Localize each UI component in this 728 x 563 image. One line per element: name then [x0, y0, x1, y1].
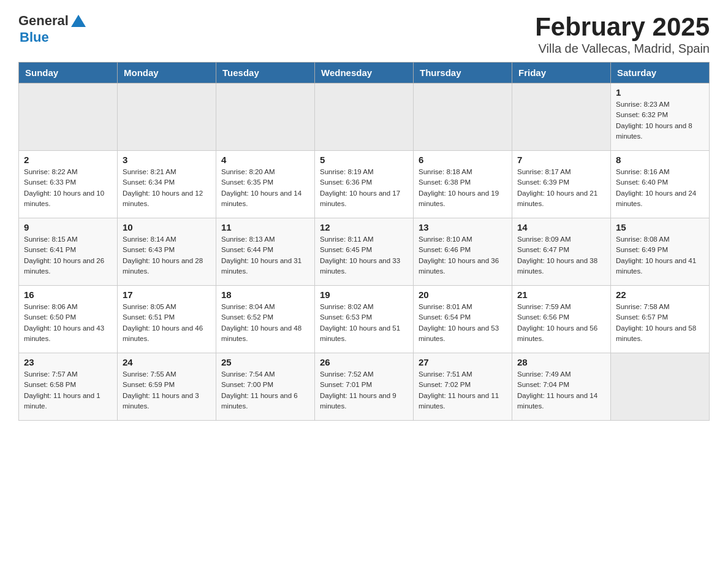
calendar-day-cell: 18Sunrise: 8:04 AM Sunset: 6:52 PM Dayli… [216, 286, 315, 353]
calendar-day-cell: 13Sunrise: 8:10 AM Sunset: 6:46 PM Dayli… [414, 218, 512, 286]
calendar-day-cell: 28Sunrise: 7:49 AM Sunset: 7:04 PM Dayli… [512, 353, 611, 421]
day-info: Sunrise: 8:22 AM Sunset: 6:33 PM Dayligh… [24, 167, 112, 209]
day-info: Sunrise: 8:05 AM Sunset: 6:51 PM Dayligh… [123, 302, 211, 344]
day-number: 16 [24, 289, 112, 300]
calendar-day-cell [611, 353, 710, 421]
calendar-day-cell: 15Sunrise: 8:08 AM Sunset: 6:49 PM Dayli… [611, 218, 710, 286]
calendar-day-cell: 11Sunrise: 8:13 AM Sunset: 6:44 PM Dayli… [216, 218, 315, 286]
day-number: 6 [419, 155, 507, 165]
logo-blue-text: Blue [20, 29, 87, 45]
calendar-day-cell: 7Sunrise: 8:17 AM Sunset: 6:39 PM Daylig… [512, 151, 611, 218]
calendar-day-cell: 24Sunrise: 7:55 AM Sunset: 6:59 PM Dayli… [118, 353, 216, 421]
day-info: Sunrise: 8:23 AM Sunset: 6:32 PM Dayligh… [616, 99, 704, 142]
calendar-table: SundayMondayTuesdayWednesdayThursdayFrid… [18, 62, 710, 421]
calendar-day-cell: 10Sunrise: 8:14 AM Sunset: 6:43 PM Dayli… [118, 218, 216, 286]
calendar-day-cell: 16Sunrise: 8:06 AM Sunset: 6:50 PM Dayli… [19, 286, 118, 353]
day-number: 24 [123, 357, 211, 367]
day-number: 3 [123, 155, 211, 165]
day-number: 7 [517, 155, 605, 165]
calendar-day-cell [118, 83, 216, 151]
calendar-header-wednesday: Wednesday [315, 63, 414, 83]
day-info: Sunrise: 8:16 AM Sunset: 6:40 PM Dayligh… [616, 167, 704, 209]
day-number: 13 [419, 222, 507, 232]
day-info: Sunrise: 8:11 AM Sunset: 6:45 PM Dayligh… [320, 234, 408, 277]
calendar-day-cell: 23Sunrise: 7:57 AM Sunset: 6:58 PM Dayli… [19, 353, 118, 421]
calendar-day-cell: 3Sunrise: 8:21 AM Sunset: 6:34 PM Daylig… [118, 151, 216, 218]
day-number: 18 [221, 289, 309, 300]
day-number: 10 [123, 222, 211, 232]
day-number: 20 [419, 289, 507, 300]
day-info: Sunrise: 8:06 AM Sunset: 6:50 PM Dayligh… [24, 302, 112, 344]
day-info: Sunrise: 8:02 AM Sunset: 6:53 PM Dayligh… [320, 302, 408, 344]
calendar-day-cell: 25Sunrise: 7:54 AM Sunset: 7:00 PM Dayli… [216, 353, 315, 421]
day-info: Sunrise: 8:04 AM Sunset: 6:52 PM Dayligh… [221, 302, 309, 344]
day-info: Sunrise: 7:51 AM Sunset: 7:02 PM Dayligh… [419, 369, 507, 412]
calendar-header-tuesday: Tuesday [216, 63, 315, 83]
day-info: Sunrise: 8:20 AM Sunset: 6:35 PM Dayligh… [221, 167, 309, 209]
calendar-day-cell: 19Sunrise: 8:02 AM Sunset: 6:53 PM Dayli… [315, 286, 414, 353]
calendar-day-cell: 12Sunrise: 8:11 AM Sunset: 6:45 PM Dayli… [315, 218, 414, 286]
day-info: Sunrise: 7:54 AM Sunset: 7:00 PM Dayligh… [221, 369, 309, 412]
day-info: Sunrise: 8:14 AM Sunset: 6:43 PM Dayligh… [123, 234, 211, 277]
day-number: 22 [616, 289, 704, 300]
title-section: February 2025 Villa de Vallecas, Madrid,… [535, 12, 710, 56]
calendar-day-cell: 6Sunrise: 8:18 AM Sunset: 6:38 PM Daylig… [414, 151, 512, 218]
calendar-day-cell [512, 83, 611, 151]
day-number: 11 [221, 222, 309, 232]
day-number: 8 [616, 155, 704, 165]
day-number: 17 [123, 289, 211, 300]
day-number: 12 [320, 222, 408, 232]
day-info: Sunrise: 7:57 AM Sunset: 6:58 PM Dayligh… [24, 369, 112, 412]
calendar-day-cell [19, 83, 118, 151]
calendar-day-cell: 22Sunrise: 7:58 AM Sunset: 6:57 PM Dayli… [611, 286, 710, 353]
calendar-week-row: 16Sunrise: 8:06 AM Sunset: 6:50 PM Dayli… [19, 286, 710, 353]
day-info: Sunrise: 8:08 AM Sunset: 6:49 PM Dayligh… [616, 234, 704, 277]
day-info: Sunrise: 7:55 AM Sunset: 6:59 PM Dayligh… [123, 369, 211, 412]
calendar-day-cell: 8Sunrise: 8:16 AM Sunset: 6:40 PM Daylig… [611, 151, 710, 218]
calendar-day-cell: 4Sunrise: 8:20 AM Sunset: 6:35 PM Daylig… [216, 151, 315, 218]
calendar-day-cell: 2Sunrise: 8:22 AM Sunset: 6:33 PM Daylig… [19, 151, 118, 218]
day-info: Sunrise: 8:17 AM Sunset: 6:39 PM Dayligh… [517, 167, 605, 209]
calendar-day-cell: 1Sunrise: 8:23 AM Sunset: 6:32 PM Daylig… [611, 83, 710, 151]
page-subtitle: Villa de Vallecas, Madrid, Spain [535, 42, 710, 56]
calendar-day-cell: 20Sunrise: 8:01 AM Sunset: 6:54 PM Dayli… [414, 286, 512, 353]
calendar-week-row: 9Sunrise: 8:15 AM Sunset: 6:41 PM Daylig… [19, 218, 710, 286]
calendar-header-sunday: Sunday [19, 63, 118, 83]
calendar-day-cell: 9Sunrise: 8:15 AM Sunset: 6:41 PM Daylig… [19, 218, 118, 286]
calendar-day-cell: 17Sunrise: 8:05 AM Sunset: 6:51 PM Dayli… [118, 286, 216, 353]
day-number: 2 [24, 155, 112, 165]
page-header: General Blue February 2025 Villa de Vall… [18, 12, 710, 56]
calendar-week-row: 1Sunrise: 8:23 AM Sunset: 6:32 PM Daylig… [19, 83, 710, 151]
calendar-header-saturday: Saturday [611, 63, 710, 83]
day-info: Sunrise: 8:09 AM Sunset: 6:47 PM Dayligh… [517, 234, 605, 277]
calendar-header-row: SundayMondayTuesdayWednesdayThursdayFrid… [19, 63, 710, 83]
calendar-day-cell: 27Sunrise: 7:51 AM Sunset: 7:02 PM Dayli… [414, 353, 512, 421]
day-number: 28 [517, 357, 605, 367]
calendar-day-cell: 26Sunrise: 7:52 AM Sunset: 7:01 PM Dayli… [315, 353, 414, 421]
day-info: Sunrise: 8:10 AM Sunset: 6:46 PM Dayligh… [419, 234, 507, 277]
day-number: 4 [221, 155, 309, 165]
day-info: Sunrise: 7:59 AM Sunset: 6:56 PM Dayligh… [517, 302, 605, 344]
page-title: February 2025 [535, 12, 710, 42]
day-info: Sunrise: 8:13 AM Sunset: 6:44 PM Dayligh… [221, 234, 309, 277]
day-number: 23 [24, 357, 112, 367]
day-number: 9 [24, 222, 112, 232]
logo-general-text: General [18, 13, 69, 29]
calendar-header-thursday: Thursday [414, 63, 512, 83]
day-info: Sunrise: 8:01 AM Sunset: 6:54 PM Dayligh… [419, 302, 507, 344]
svg-marker-0 [71, 15, 86, 27]
day-number: 1 [616, 87, 704, 98]
day-info: Sunrise: 8:19 AM Sunset: 6:36 PM Dayligh… [320, 167, 408, 209]
logo: General Blue [18, 12, 87, 45]
calendar-day-cell [216, 83, 315, 151]
day-number: 15 [616, 222, 704, 232]
day-info: Sunrise: 7:58 AM Sunset: 6:57 PM Dayligh… [616, 302, 704, 344]
day-info: Sunrise: 8:21 AM Sunset: 6:34 PM Dayligh… [123, 167, 211, 209]
calendar-day-cell [414, 83, 512, 151]
day-number: 5 [320, 155, 408, 165]
day-number: 25 [221, 357, 309, 367]
calendar-day-cell: 5Sunrise: 8:19 AM Sunset: 6:36 PM Daylig… [315, 151, 414, 218]
calendar-week-row: 2Sunrise: 8:22 AM Sunset: 6:33 PM Daylig… [19, 151, 710, 218]
day-info: Sunrise: 7:49 AM Sunset: 7:04 PM Dayligh… [517, 369, 605, 412]
day-info: Sunrise: 8:18 AM Sunset: 6:38 PM Dayligh… [419, 167, 507, 209]
